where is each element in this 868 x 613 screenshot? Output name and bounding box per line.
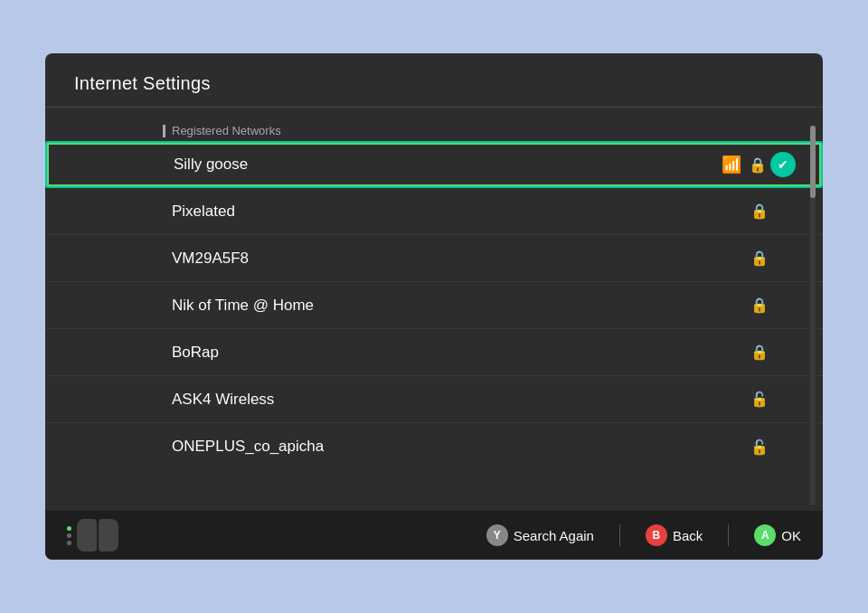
network-list: Silly goose 📶 🔒 ✔ Pixelated 🔒 V bbox=[45, 141, 823, 470]
network-name: VM29A5F8 bbox=[172, 250, 750, 268]
ok-button[interactable]: A OK bbox=[754, 524, 801, 546]
y-button-icon: Y bbox=[486, 524, 508, 546]
title-bar: Internet Settings bbox=[45, 53, 823, 108]
ok-label: OK bbox=[781, 528, 801, 543]
network-name: Silly goose bbox=[174, 156, 722, 174]
search-again-label: Search Again bbox=[514, 528, 594, 543]
switch-dots bbox=[67, 526, 71, 545]
page-title: Internet Settings bbox=[74, 73, 211, 93]
network-name: ASK4 Wireless bbox=[172, 391, 750, 409]
joy-con-right bbox=[99, 519, 118, 552]
network-item-borap[interactable]: BoRap 🔒 bbox=[45, 329, 823, 376]
network-item-ask4-wireless[interactable]: ASK4 Wireless 🔓 bbox=[45, 376, 823, 423]
switch-logo bbox=[67, 519, 118, 552]
scrollbar-thumb bbox=[810, 126, 816, 198]
lock-icon: 🔒 bbox=[750, 344, 769, 361]
network-icons: 📶 🔒 bbox=[722, 155, 767, 174]
internet-settings-window: Internet Settings Registered Networks Si… bbox=[45, 53, 823, 560]
network-item-oneplus[interactable]: ONEPLUS_co_apicha 🔓 bbox=[45, 423, 823, 470]
divider-2 bbox=[728, 524, 729, 546]
back-button[interactable]: B Back bbox=[646, 524, 703, 546]
dot-gray-2 bbox=[67, 541, 71, 545]
connected-badge: ✔ bbox=[770, 152, 796, 177]
bottom-bar: Y Search Again B Back A OK bbox=[45, 511, 823, 560]
search-again-button[interactable]: Y Search Again bbox=[486, 524, 594, 546]
network-icons: 🔓 bbox=[750, 439, 769, 456]
content-area: Registered Networks Silly goose 📶 🔒 ✔ Pi… bbox=[45, 108, 823, 511]
scrollbar[interactable] bbox=[810, 126, 816, 505]
lock-icon: 🔒 bbox=[750, 297, 769, 314]
divider bbox=[619, 524, 620, 546]
network-item-nik-of-time[interactable]: Nik of Time @ Home 🔒 bbox=[45, 282, 823, 329]
network-icons: 🔓 bbox=[750, 391, 769, 408]
network-icons: 🔒 bbox=[750, 203, 769, 220]
network-icons: 🔒 bbox=[750, 297, 769, 314]
lock-icon: 🔒 bbox=[750, 250, 769, 267]
network-name: ONEPLUS_co_apicha bbox=[172, 438, 750, 456]
dot-gray bbox=[67, 533, 71, 538]
network-icons: 🔒 bbox=[750, 344, 769, 361]
b-button-icon: B bbox=[646, 524, 667, 546]
lock-icon: 🔓 bbox=[750, 439, 769, 456]
lock-icon: 🔓 bbox=[750, 391, 769, 408]
bottom-actions: Y Search Again B Back A OK bbox=[486, 524, 801, 546]
lock-icon: 🔒 bbox=[749, 156, 767, 174]
network-item-vm29a5f8[interactable]: VM29A5F8 🔒 bbox=[45, 235, 823, 282]
joy-con-left bbox=[77, 519, 97, 552]
a-button-icon: A bbox=[754, 524, 776, 546]
network-name: Pixelated bbox=[172, 203, 750, 221]
network-icons: 🔒 bbox=[750, 250, 769, 267]
dot-green bbox=[67, 526, 71, 531]
network-name: Nik of Time @ Home bbox=[172, 297, 750, 315]
lock-icon: 🔒 bbox=[750, 203, 769, 220]
section-label: Registered Networks bbox=[45, 124, 823, 137]
network-name: BoRap bbox=[172, 344, 750, 362]
wifi-icon: 📶 bbox=[722, 155, 741, 174]
back-label: Back bbox=[673, 528, 703, 543]
network-item-pixelated[interactable]: Pixelated 🔒 bbox=[45, 188, 823, 235]
network-item-silly-goose[interactable]: Silly goose 📶 🔒 ✔ bbox=[45, 141, 823, 188]
main-content: Registered Networks Silly goose 📶 🔒 ✔ Pi… bbox=[45, 108, 823, 511]
